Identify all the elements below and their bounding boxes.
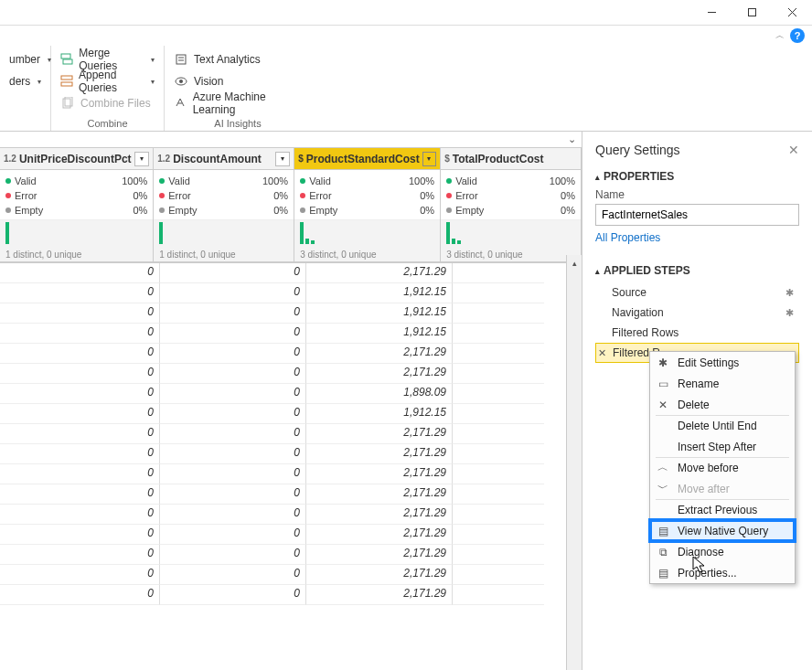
applied-step[interactable]: Source✱ <box>595 282 799 303</box>
cell[interactable]: 1,912.15 <box>306 303 453 324</box>
cell[interactable]: 0 <box>0 545 160 565</box>
cell[interactable] <box>453 263 544 283</box>
cell[interactable]: 1,912.15 <box>306 404 453 424</box>
cell[interactable]: 0 <box>160 364 306 384</box>
delete-step-icon[interactable]: ✕ <box>598 347 606 359</box>
menu-item-edit-settings[interactable]: ✱Edit Settings <box>650 352 795 373</box>
data-grid[interactable]: 1.2UnitPriceDiscountPct▾Valid100%Error0%… <box>0 148 582 670</box>
cell[interactable]: 1,912.15 <box>306 324 453 344</box>
cell[interactable]: 0 <box>0 444 160 464</box>
cell[interactable] <box>453 303 544 324</box>
menu-item-delete-until-end[interactable]: Delete Until End <box>650 415 795 436</box>
cell[interactable]: 2,171.29 <box>306 364 453 384</box>
text-analytics-button[interactable]: Text Analytics <box>174 49 302 69</box>
cell[interactable] <box>453 565 544 585</box>
cell[interactable]: 0 <box>0 565 160 585</box>
cell[interactable]: 2,171.29 <box>306 585 453 605</box>
cell[interactable]: 0 <box>0 324 160 344</box>
menu-item-view-native-query[interactable]: ▤View Native Query <box>650 520 795 541</box>
cell[interactable]: 0 <box>160 484 306 505</box>
cell[interactable]: 2,171.29 <box>306 464 453 484</box>
table-row[interactable]: 001,912.15 <box>0 324 582 344</box>
cell[interactable]: 0 <box>0 505 160 525</box>
cell[interactable] <box>453 384 544 404</box>
table-row[interactable]: 002,171.29 <box>0 484 582 505</box>
column-filter-button[interactable]: ▾ <box>134 152 149 166</box>
menu-item-rename[interactable]: ▭Rename <box>650 373 795 394</box>
cell[interactable]: 0 <box>0 303 160 324</box>
table-row[interactable]: 002,171.29 <box>0 444 582 464</box>
formula-bar[interactable]: ⌄ <box>0 132 582 148</box>
cell[interactable]: 0 <box>160 404 306 424</box>
table-row[interactable]: 001,912.15 <box>0 303 582 324</box>
cell[interactable]: 2,171.29 <box>306 525 453 545</box>
cell[interactable]: 0 <box>160 303 306 324</box>
cell[interactable]: 2,171.29 <box>306 545 453 565</box>
cell[interactable]: 0 <box>0 585 160 605</box>
cell[interactable]: 0 <box>160 545 306 565</box>
window-maximize-button[interactable] <box>732 0 772 26</box>
cell[interactable] <box>453 424 544 444</box>
cell[interactable]: 0 <box>160 464 306 484</box>
step-context-menu[interactable]: ✱Edit Settings▭Rename✕DeleteDelete Until… <box>649 351 796 584</box>
cell[interactable] <box>453 444 544 464</box>
data-type-icon[interactable]: 1.2 <box>4 154 16 164</box>
window-minimize-button[interactable] <box>691 0 732 26</box>
cell[interactable]: 0 <box>0 283 160 303</box>
cell[interactable] <box>453 525 544 545</box>
cell[interactable]: 2,171.29 <box>306 263 453 283</box>
cell[interactable]: 0 <box>0 404 160 424</box>
column-header[interactable]: $ProductStandardCost▾ <box>294 148 440 170</box>
table-row[interactable]: 001,912.15 <box>0 283 582 303</box>
cell[interactable]: 1,912.15 <box>306 283 453 303</box>
table-row[interactable]: 001,912.15 <box>0 404 582 424</box>
applied-step[interactable]: Filtered Rows <box>595 323 799 343</box>
cell[interactable] <box>453 464 544 484</box>
cell[interactable]: 0 <box>160 505 306 525</box>
data-type-icon[interactable]: $ <box>444 154 450 164</box>
help-button[interactable]: ? <box>790 28 805 43</box>
cell[interactable]: 0 <box>0 525 160 545</box>
cell[interactable]: 1,898.09 <box>306 384 453 404</box>
table-row[interactable]: 002,171.29 <box>0 585 582 605</box>
cell[interactable]: 0 <box>0 344 160 364</box>
cell[interactable] <box>453 344 544 364</box>
cell[interactable]: 2,171.29 <box>306 565 453 585</box>
cell[interactable]: 0 <box>0 484 160 505</box>
cell[interactable]: 0 <box>0 424 160 444</box>
merge-queries-button[interactable]: Merge Queries▾ <box>60 49 155 69</box>
column-header[interactable]: 1.2UnitPriceDiscountPct▾ <box>0 148 153 170</box>
panel-close-button[interactable]: ✕ <box>788 143 799 157</box>
table-row[interactable]: 002,171.29 <box>0 525 582 545</box>
cell[interactable]: 0 <box>160 424 306 444</box>
cell[interactable]: 0 <box>160 283 306 303</box>
table-row[interactable]: 002,171.29 <box>0 424 582 444</box>
menu-item-properties-[interactable]: ▤Properties... <box>650 562 795 583</box>
query-name-input[interactable] <box>595 204 799 226</box>
cell[interactable] <box>453 484 544 505</box>
vertical-scrollbar[interactable]: ▴ <box>566 255 582 670</box>
cell[interactable]: 0 <box>0 364 160 384</box>
cell[interactable] <box>453 545 544 565</box>
cell[interactable]: 2,171.29 <box>306 444 453 464</box>
cell[interactable]: 0 <box>160 565 306 585</box>
ribbon-ders-button[interactable]: ders▾ <box>9 71 41 91</box>
cell[interactable] <box>453 585 544 605</box>
cell[interactable] <box>453 404 544 424</box>
cell[interactable]: 0 <box>160 585 306 605</box>
table-row[interactable]: 002,171.29 <box>0 464 582 484</box>
properties-section-header[interactable]: ▴PROPERTIES <box>595 170 799 183</box>
table-row[interactable]: 002,171.29 <box>0 565 582 585</box>
table-row[interactable]: 002,171.29 <box>0 263 582 283</box>
all-properties-link[interactable]: All Properties <box>595 231 799 244</box>
cell[interactable]: 0 <box>0 263 160 283</box>
append-queries-button[interactable]: Append Queries▾ <box>60 71 155 91</box>
cell[interactable]: 0 <box>160 384 306 404</box>
menu-item-insert-step-after[interactable]: Insert Step After <box>650 436 795 457</box>
aml-button[interactable]: Azure Machine Learning <box>174 93 302 113</box>
cell[interactable]: 2,171.29 <box>306 505 453 525</box>
cell[interactable]: 0 <box>160 444 306 464</box>
ribbon-number-button[interactable]: umber▾ <box>9 49 41 69</box>
step-gear-icon[interactable]: ✱ <box>785 287 794 299</box>
column-header[interactable]: $TotalProductCost <box>441 148 581 170</box>
